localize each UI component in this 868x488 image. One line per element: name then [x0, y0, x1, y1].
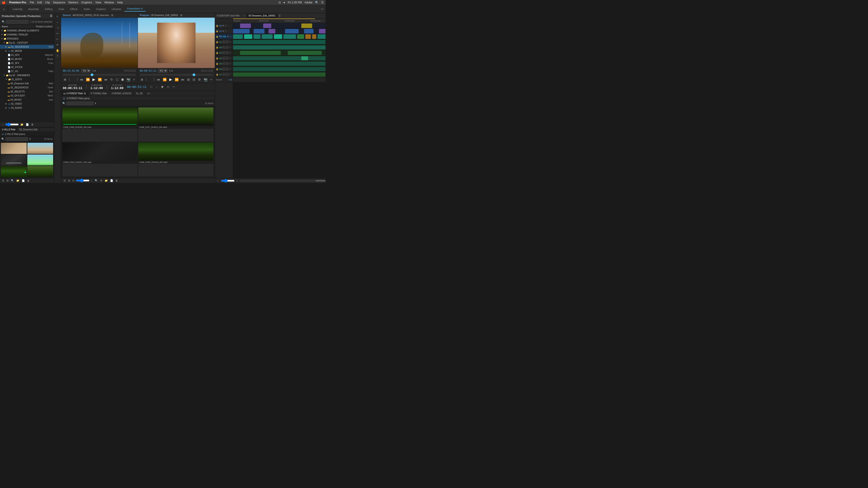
- mute-btn-a5[interactable]: M: [222, 62, 225, 65]
- mute-btn-a7[interactable]: M: [222, 73, 225, 76]
- tree-item-01-sequences[interactable]: ▶ ▬ 01_SEQUENCES Matt: [0, 45, 54, 49]
- program-scrubbar[interactable]: [140, 74, 213, 76]
- timeline-scrollbar-h[interactable]: [240, 180, 326, 182]
- track-row-v3[interactable]: Foot: [233, 23, 326, 29]
- tree-item-channel-brand[interactable]: ▼ 📁 CHANNEL BRAND ELEMENTS: [0, 29, 54, 33]
- track-row-a3[interactable]: [233, 50, 326, 56]
- list-item[interactable]: A001_T038_1034_001.mp4: [1, 143, 27, 154]
- go-out-btn[interactable]: ⏭: [103, 77, 108, 82]
- step-back-btn[interactable]: ⏪: [85, 77, 91, 82]
- menu-clip[interactable]: Clip: [45, 1, 50, 4]
- track-settings-v3[interactable]: ⊡: [225, 25, 227, 27]
- clip-block[interactable]: [269, 29, 275, 33]
- filter-icon[interactable]: 🔍: [94, 179, 98, 182]
- automate-icon[interactable]: ⚙: [99, 179, 103, 182]
- track-select-icon[interactable]: ↔: [56, 21, 59, 24]
- import-icon[interactable]: ⬇: [29, 138, 31, 140]
- track-row-a1[interactable]: [233, 39, 326, 45]
- add-marker-btn2[interactable]: ⊕: [140, 77, 144, 82]
- bin-tab-tunnel[interactable]: 3-TUNNEL Ride: [88, 91, 110, 96]
- menu-view[interactable]: View: [95, 1, 101, 4]
- step-forward-btn2[interactable]: ⏩: [174, 77, 180, 82]
- more-tabs[interactable]: >>: [319, 7, 326, 11]
- list-view-icon[interactable]: ☰: [63, 179, 66, 182]
- eye-icon-v3[interactable]: 👁: [222, 25, 224, 27]
- source-scrubbar[interactable]: [63, 74, 136, 76]
- tab-color[interactable]: Color: [56, 7, 67, 11]
- menu-graphics[interactable]: Graphics: [81, 1, 92, 4]
- tree-item-ep01[interactable]: ▼ 📁 Ep 01 - CENTURY: [0, 41, 54, 45]
- solo-btn-a2[interactable]: S: [226, 46, 228, 49]
- lock-icon-a7[interactable]: 🔒: [216, 73, 218, 76]
- program-scrub-handle[interactable]: [193, 73, 195, 76]
- track-settings-v1[interactable]: ⊡: [229, 35, 231, 38]
- bin-search-input[interactable]: [66, 101, 94, 105]
- select-tool-icon[interactable]: ↖: [56, 15, 59, 18]
- audio-clip-a3-2[interactable]: [288, 51, 322, 55]
- menu-sequence[interactable]: Sequence: [53, 1, 65, 4]
- audio-clip-a3[interactable]: [240, 51, 281, 55]
- mute-btn-a6[interactable]: M: [222, 68, 225, 70]
- tree-item-01-edits[interactable]: ▼ 📁 01_EDITS: [0, 77, 54, 81]
- list-item[interactable]: A001_1234_3030_001.mp4: [27, 143, 53, 154]
- play-btn2[interactable]: ▶: [168, 77, 173, 82]
- lock-icon-a1[interactable]: 🔒: [216, 41, 218, 43]
- tab-learning[interactable]: Learning: [10, 7, 25, 11]
- audio-clip-a6[interactable]: [233, 67, 326, 71]
- clip-block[interactable]: [283, 34, 296, 39]
- lock-icon-a3[interactable]: 🔒: [216, 52, 218, 54]
- solo-btn-a5[interactable]: S: [226, 62, 228, 65]
- tree-item-channel-trailer[interactable]: ▼ 📁 CHANNEL TRAILER: [0, 33, 54, 37]
- bin-tab-forest[interactable]: 🗂 2-FOREST Ride ☰: [61, 91, 88, 96]
- clip-block[interactable]: [285, 29, 299, 33]
- lock-icon[interactable]: 🔒: [216, 30, 218, 32]
- lock-icon[interactable]: 🔒: [216, 25, 218, 27]
- clip-block[interactable]: [254, 34, 260, 39]
- clip-block[interactable]: [262, 34, 273, 39]
- project-search-input[interactable]: [6, 20, 29, 24]
- hand-icon[interactable]: ✋: [56, 49, 59, 52]
- clip-block[interactable]: [274, 34, 282, 39]
- menu-file[interactable]: File: [30, 1, 34, 4]
- tab-effects[interactable]: Effects: [67, 7, 80, 11]
- clip-block[interactable]: [263, 24, 271, 28]
- freeform-icon[interactable]: ⊡: [72, 179, 75, 182]
- clip-block[interactable]: [233, 34, 243, 39]
- tree-item-02-video[interactable]: ▶ 🗂 02_VIDEO: [0, 102, 54, 106]
- track-row-a6[interactable]: [233, 66, 326, 72]
- tree-item-04-music[interactable]: 📄 04_MUSIC Bruce: [0, 57, 54, 61]
- import-icon2[interactable]: ⬇: [94, 102, 96, 105]
- lock-icon-a6[interactable]: 🔒: [216, 68, 218, 70]
- audio-clip-a4-2[interactable]: [301, 56, 308, 60]
- solo-btn-a3[interactable]: S: [226, 51, 228, 54]
- tree-item-02-media[interactable]: ▶ 🗂 02_MEDIA: [0, 49, 54, 53]
- tab-productions[interactable]: Productions ✕: [124, 6, 146, 11]
- new-item-btn3[interactable]: 📄: [110, 179, 114, 182]
- list-view-btn[interactable]: ☰: [1, 179, 5, 182]
- audio-clip-a5[interactable]: [233, 62, 326, 66]
- bin-tab-lesson[interactable]: 4-RIDING LESSON: [110, 91, 134, 96]
- tree-item-01-seq2[interactable]: ▬ 01_SEQUENCES Vivek: [0, 86, 54, 90]
- tree-item-06-stock[interactable]: 📄 06_STOCK: [0, 65, 54, 69]
- list-item[interactable]: C048_C017_01001J_001.mp4: [138, 107, 213, 142]
- add-btn2[interactable]: +: [209, 77, 213, 82]
- go-out-btn2[interactable]: ⏭: [180, 77, 185, 82]
- settings-btn[interactable]: ⚙: [197, 77, 202, 82]
- go-in-btn2[interactable]: ⏮: [156, 77, 161, 82]
- camera-btn[interactable]: 📷: [126, 77, 131, 82]
- mute-btn-a2[interactable]: M: [222, 46, 225, 49]
- search-btn[interactable]: 🔍: [10, 179, 15, 182]
- solo-btn-a4[interactable]: S: [226, 57, 228, 60]
- export-frame-btn[interactable]: 📷: [203, 77, 209, 82]
- lock-icon[interactable]: 🔒: [216, 35, 218, 38]
- bin-tab-menu[interactable]: ☰: [84, 92, 86, 95]
- mute-btn-a1[interactable]: M: [222, 40, 225, 43]
- timeline-zoom-out[interactable]: −: [217, 179, 219, 182]
- sort-icon[interactable]: ↕: [90, 179, 93, 182]
- slip-icon[interactable]: ⊢: [56, 37, 59, 41]
- tab-editing[interactable]: Editing: [42, 7, 55, 11]
- seq-tool3[interactable]: ⬢: [161, 86, 163, 88]
- project-menu-icon[interactable]: ☰: [50, 14, 52, 18]
- source-fit-select[interactable]: Fit: [81, 69, 91, 73]
- timeline-tab-century[interactable]: 0-CENTURY short film: [215, 14, 241, 18]
